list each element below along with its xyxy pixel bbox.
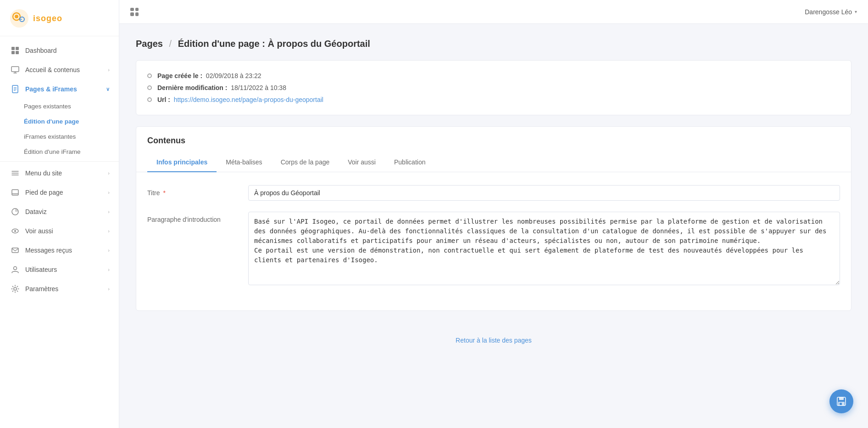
topbar: Darengosse Léo ▾ [119,0,868,24]
url-label: Url : https://demo.isogeo.net/page/a-pro… [157,96,323,103]
sidebar-item-label: Utilisateurs [25,266,57,273]
file-icon [11,84,20,94]
dashboard-icon [11,46,20,55]
svg-rect-5 [11,47,15,50]
breadcrumb-part1: Pages [136,39,163,49]
tab-voir-aussi[interactable]: Voir aussi [339,153,385,172]
footer-actions: Retour à la liste des pages [136,329,851,355]
breadcrumb: Pages / Édition d'une page : À propos du… [136,39,851,49]
tab-publication[interactable]: Publication [385,153,435,172]
logo-text: isogeo [33,14,62,23]
sidebar-item-edition-page[interactable]: Édition d'une page [0,114,119,129]
sidebar-nav: Dashboard Accueil & contenus › Pages & i… [0,36,119,428]
page-content: Pages / Édition d'une page : À propos du… [119,24,868,428]
chevron-right-icon: › [108,190,110,195]
breadcrumb-part2: Édition d'une page : À propos du Géoport… [178,39,370,49]
form-section: Titre * Paragraphe d'introduction Basé s… [136,172,851,310]
tab-meta-balises[interactable]: Méta-balises [217,153,271,172]
sidebar-item-dashboard[interactable]: Dashboard [0,41,119,60]
pages-sub-nav: Pages existantes Édition d'une page iFra… [0,99,119,159]
titre-input[interactable] [248,185,840,201]
intro-control: Basé sur l'API Isogeo, ce portail de don… [248,212,840,287]
svg-rect-24 [12,248,18,253]
mail-icon [11,246,20,255]
sidebar-item-pages[interactable]: Pages & iFrames ∨ [0,79,119,99]
svg-point-2 [15,15,18,18]
sidebar-item-label: Dataviz [25,208,47,215]
titre-control [248,185,840,201]
sidebar-item-label: Menu du site [25,169,62,177]
svg-point-26 [14,287,17,290]
svg-rect-28 [839,397,844,400]
circle-icon [147,73,152,78]
footer-icon [11,188,20,197]
sidebar: isogeo Dashboard Accueil & contenus › Pa… [0,0,119,428]
circle-icon [147,97,152,102]
sidebar-item-label: Pied de page [25,189,63,196]
circle-icon [147,85,152,90]
sidebar-item-menu[interactable]: Menu du site › [0,163,119,183]
contenus-card: Contenus Infos principales Méta-balises … [136,126,851,311]
titre-label: Titre * [147,185,248,197]
svg-rect-8 [16,51,19,54]
created-row: Page créée le : 02/09/2018 à 23:22 [147,70,840,82]
chevron-down-icon: ∨ [106,86,110,92]
divider [0,161,119,162]
modified-label: Dernière modification : 18/11/2022 à 10:… [157,84,286,91]
chevron-right-icon: › [108,67,110,73]
sidebar-item-messages[interactable]: Messages reçus › [0,241,119,260]
svg-point-23 [14,230,16,232]
contenus-title: Contenus [136,127,851,146]
sidebar-item-accueil[interactable]: Accueil & contenus › [0,60,119,79]
created-label: Page créée le : 02/09/2018 à 23:22 [157,72,262,79]
sidebar-item-voir[interactable]: Voir aussi › [0,221,119,241]
modified-row: Dernière modification : 18/11/2022 à 10:… [147,82,840,94]
user-name: Darengosse Léo [805,8,852,16]
chevron-right-icon: › [108,170,110,176]
svg-rect-7 [11,51,15,54]
chevron-right-icon: › [108,286,110,292]
user-icon [11,265,20,274]
sidebar-item-label: Pages & iFrames [25,85,77,93]
menu-icon [11,169,20,178]
sidebar-item-pied[interactable]: Pied de page › [0,183,119,202]
chevron-right-icon: › [108,248,110,253]
intro-textarea[interactable]: Basé sur l'API Isogeo, ce portail de don… [248,212,840,285]
user-menu[interactable]: Darengosse Léo ▾ [805,8,857,16]
sidebar-item-iframes-existantes[interactable]: iFrames existantes [0,129,119,144]
chevron-right-icon: › [108,209,110,214]
url-link[interactable]: https://demo.isogeo.net/page/a-propos-du… [174,96,323,103]
chart-icon [11,207,20,216]
save-icon [836,396,847,407]
chevron-right-icon: › [108,228,110,234]
sidebar-item-pages-existantes[interactable]: Pages existantes [0,99,119,114]
svg-rect-30 [840,403,842,405]
user-chevron-icon: ▾ [855,9,857,14]
tabs-bar: Infos principales Méta-balises Corps de … [136,153,851,172]
sidebar-item-dataviz[interactable]: Dataviz › [0,202,119,221]
sidebar-item-edition-iframe[interactable]: Édition d'une iFrame [0,144,119,159]
intro-label: Paragraphe d'introduction [147,212,248,223]
intro-row: Paragraphe d'introduction Basé sur l'API… [147,212,840,287]
sidebar-item-utilisateurs[interactable]: Utilisateurs › [0,260,119,279]
tab-infos-principales[interactable]: Infos principales [147,153,217,172]
sidebar-item-label: Paramètres [25,285,58,293]
sidebar-item-label: Voir aussi [25,227,53,235]
url-row: Url : https://demo.isogeo.net/page/a-pro… [147,94,840,106]
breadcrumb-sep: / [169,39,172,49]
back-to-list-link[interactable]: Retour à la liste des pages [456,337,532,344]
save-fab-button[interactable] [829,389,853,413]
sidebar-item-label: Dashboard [25,47,57,54]
info-card: Page créée le : 02/09/2018 à 23:22 Derni… [136,60,851,115]
settings-icon [11,284,20,293]
main-area: Darengosse Léo ▾ Pages / Édition d'une p… [119,0,868,428]
sidebar-item-parametres[interactable]: Paramètres › [0,279,119,298]
eye-icon [11,226,20,236]
required-marker: * [163,189,165,197]
sidebar-item-label: Messages reçus [25,247,72,254]
monitor-icon [11,65,20,74]
tab-corps-page[interactable]: Corps de la page [272,153,339,172]
svg-rect-19 [12,190,18,195]
grid-toggle-icon[interactable] [130,8,139,16]
svg-rect-6 [16,47,19,50]
